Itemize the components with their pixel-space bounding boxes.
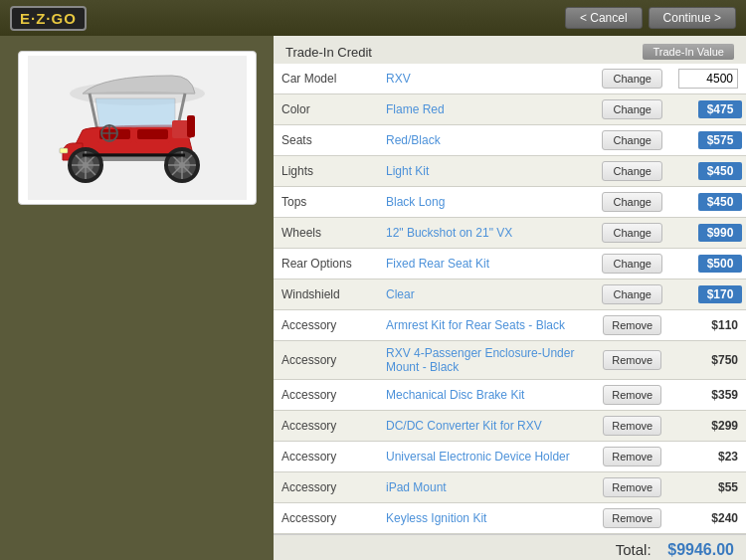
change-button[interactable]: Change — [602, 99, 662, 119]
row-price: $170 — [670, 280, 746, 310]
remove-button[interactable]: Remove — [603, 508, 661, 528]
row-value: Light Kit — [378, 156, 594, 187]
row-action-cell: Remove — [594, 442, 670, 472]
row-action-cell: Change — [594, 64, 670, 94]
row-label: Accessory — [274, 472, 378, 503]
row-label: Accessory — [274, 503, 378, 534]
right-panel[interactable]: Trade-In Credit Trade-In Value Car Model… — [274, 36, 746, 560]
change-button[interactable]: Change — [602, 130, 662, 150]
main-content: Trade-In Credit Trade-In Value Car Model… — [0, 36, 746, 560]
row-action-cell: Change — [594, 249, 670, 280]
row-price: $750 — [670, 341, 746, 380]
header-buttons: < Cancel Continue > — [565, 7, 736, 29]
row-value: Red/Black — [378, 125, 594, 156]
row-value: iPad Mount — [378, 472, 594, 503]
row-value: RXV — [378, 64, 594, 94]
price-badge: $170 — [698, 285, 742, 303]
row-price — [670, 64, 746, 94]
price-badge: $450 — [698, 162, 742, 180]
row-price: $55 — [670, 472, 746, 503]
table-row: AccessoryiPad MountRemove$55 — [274, 472, 746, 503]
row-action-cell: Remove — [594, 472, 670, 503]
row-label: Seats — [274, 125, 378, 156]
price-badge: $990 — [698, 224, 742, 242]
change-button[interactable]: Change — [602, 284, 662, 304]
remove-button[interactable]: Remove — [603, 416, 661, 436]
row-value: Fixed Rear Seat Kit — [378, 249, 594, 280]
row-action-cell: Remove — [594, 380, 670, 411]
table-row: AccessoryUniversal Electronic Device Hol… — [274, 442, 746, 472]
row-value: Black Long — [378, 187, 594, 218]
price-badge: $450 — [698, 193, 742, 211]
row-action-cell: Change — [594, 187, 670, 218]
row-value: RXV 4-Passenger Enclosure-Under Mount - … — [378, 341, 594, 380]
table-row: AccessoryDC/DC Converter Kit for RXVRemo… — [274, 411, 746, 442]
remove-button[interactable]: Remove — [603, 350, 661, 370]
total-label: Total: — [616, 541, 652, 558]
row-label: Wheels — [274, 218, 378, 249]
continue-button[interactable]: Continue > — [649, 7, 736, 29]
row-value: Mechanical Disc Brake Kit — [378, 380, 594, 411]
row-price: $500 — [670, 249, 746, 280]
table-row: AccessoryKeyless Ignition KitRemove$240 — [274, 503, 746, 534]
row-action-cell: Change — [594, 125, 670, 156]
row-value: Armrest Kit for Rear Seats - Black — [378, 310, 594, 341]
row-label: Rear Options — [274, 249, 378, 280]
options-table: Car ModelRXVChangeColorFlame RedChange$4… — [274, 64, 746, 534]
table-row: AccessoryArmrest Kit for Rear Seats - Bl… — [274, 310, 746, 341]
price-badge: $500 — [698, 255, 742, 273]
table-row: Rear OptionsFixed Rear Seat KitChange$50… — [274, 249, 746, 280]
table-row: LightsLight KitChange$450 — [274, 156, 746, 187]
remove-button[interactable]: Remove — [603, 447, 661, 467]
change-button[interactable]: Change — [602, 254, 662, 274]
row-price: $450 — [670, 156, 746, 187]
table-row: AccessoryRXV 4-Passenger Enclosure-Under… — [274, 341, 746, 380]
tradein-input[interactable] — [678, 69, 738, 89]
price-badge: $475 — [698, 100, 742, 118]
total-amount: $9946.00 — [667, 541, 734, 558]
row-action-cell: Remove — [594, 411, 670, 442]
row-price: $575 — [670, 125, 746, 156]
row-value: DC/DC Converter Kit for RXV — [378, 411, 594, 442]
price-badge: $575 — [698, 131, 742, 149]
ezgo-logo: E·Z·GO — [10, 6, 87, 31]
remove-button[interactable]: Remove — [603, 315, 661, 335]
remove-button[interactable]: Remove — [603, 385, 661, 405]
row-action-cell: Remove — [594, 341, 670, 380]
row-action-cell: Change — [594, 280, 670, 310]
left-panel — [0, 36, 274, 560]
row-value: Keyless Ignition Kit — [378, 503, 594, 534]
table-row: SeatsRed/BlackChange$575 — [274, 125, 746, 156]
tradein-value-label: Trade-In Value — [643, 44, 734, 60]
row-action-cell: Remove — [594, 310, 670, 341]
row-label: Car Model — [274, 64, 378, 94]
table-row: Wheels12" Buckshot on 21" VXChange$990 — [274, 218, 746, 249]
row-label: Accessory — [274, 442, 378, 472]
table-row: TopsBlack LongChange$450 — [274, 187, 746, 218]
cancel-button[interactable]: < Cancel — [565, 7, 643, 29]
row-price: $475 — [670, 94, 746, 125]
row-label: Lights — [274, 156, 378, 187]
row-price: $110 — [670, 310, 746, 341]
row-label: Accessory — [274, 310, 378, 341]
total-row: Total: $9946.00 — [274, 534, 746, 560]
row-value: Universal Electronic Device Holder — [378, 442, 594, 472]
change-button[interactable]: Change — [602, 69, 662, 89]
row-price: $450 — [670, 187, 746, 218]
app-header: E·Z·GO < Cancel Continue > — [0, 0, 746, 36]
svg-rect-11 — [60, 148, 68, 153]
row-action-cell: Remove — [594, 503, 670, 534]
remove-button[interactable]: Remove — [603, 477, 661, 497]
row-action-cell: Change — [594, 94, 670, 125]
change-button[interactable]: Change — [602, 223, 662, 243]
row-value: 12" Buckshot on 21" VX — [378, 218, 594, 249]
change-button[interactable]: Change — [602, 192, 662, 212]
row-label: Tops — [274, 187, 378, 218]
row-price: $990 — [670, 218, 746, 249]
row-price: $299 — [670, 411, 746, 442]
row-label: Color — [274, 94, 378, 125]
row-value: Clear — [378, 280, 594, 310]
change-button[interactable]: Change — [602, 161, 662, 181]
table-row: WindshieldClearChange$170 — [274, 280, 746, 310]
row-value: Flame Red — [378, 94, 594, 125]
